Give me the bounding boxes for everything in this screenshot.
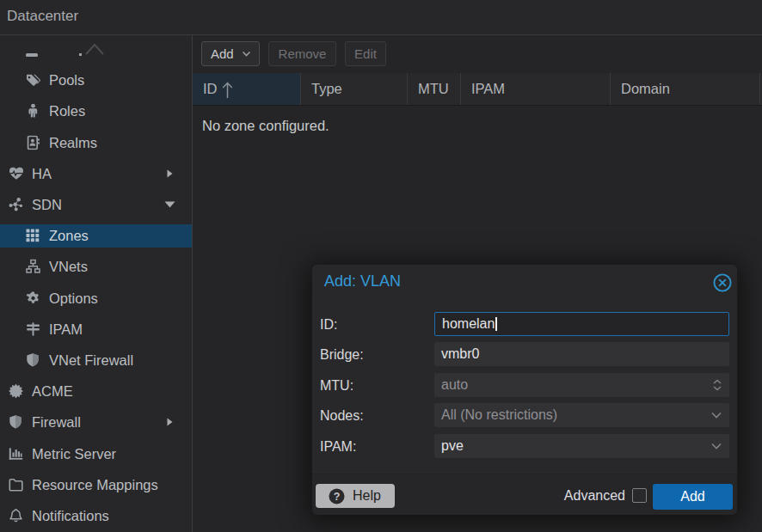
svg-text:?: ? (334, 491, 341, 503)
